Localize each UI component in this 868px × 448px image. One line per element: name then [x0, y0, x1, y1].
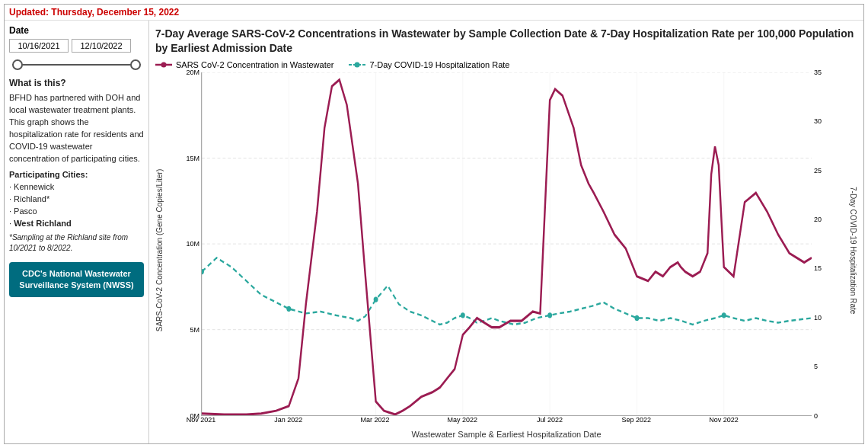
y-right-ticks: 0 5 10 15 20 25 30 35 [812, 72, 833, 416]
city-west-richland: · West Richland [9, 218, 144, 230]
footnote: *Sampling at the Richland site from 10/2… [9, 232, 144, 254]
chart-legend: SARS CoV-2 Concentration in Wastewater 7… [155, 60, 857, 69]
city-pasco: · Pasco [9, 206, 144, 218]
legend-item-concentration: SARS CoV-2 Concentration in Wastewater [155, 60, 333, 69]
cdc-nwss-button[interactable]: CDC's National Wastewater Surveillance S… [9, 262, 144, 298]
svg-point-20 [547, 312, 552, 318]
chart-area: 7-Day Average SARS-CoV-2 Concentrations … [149, 21, 863, 443]
y-axis-right-label: 7-Day COVID-19 Hospitalization Rate [833, 72, 857, 428]
svg-point-1 [161, 62, 167, 67]
y-left-ticks: 0M 5M 10M 15M 20M [180, 72, 201, 416]
chart-title: 7-Day Average SARS-CoV-2 Concentrations … [155, 27, 857, 56]
legend-item-hospitalization: 7-Day COVID-19 Hospitalization Rate [349, 60, 509, 69]
hospitalization-line [202, 258, 812, 325]
svg-point-17 [286, 306, 291, 311]
chart-wrapper: SARS-CoV-2 Concentration (Gene Copies/Li… [155, 72, 857, 428]
concentration-line [202, 80, 812, 414]
updated-text: Updated: Thursday, December 15, 2022 [5, 5, 863, 21]
slider-thumb-right[interactable] [130, 59, 141, 70]
x-axis-label: Wastewater Sample & Earliest Hospitaliza… [155, 430, 857, 439]
y-axis-left-label: SARS-CoV-2 Concentration (Gene Copies/Li… [155, 72, 180, 428]
svg-point-19 [461, 312, 465, 318]
svg-point-3 [355, 62, 360, 67]
city-kennewick: · Kennewick [9, 181, 144, 194]
svg-point-18 [374, 296, 378, 302]
info-title: What is this? [9, 77, 144, 90]
slider-fill [12, 64, 141, 66]
info-box: What is this? BFHD has partnered with DO… [9, 77, 144, 254]
legend-label-concentration: SARS CoV-2 Concentration in Wastewater [176, 60, 333, 69]
svg-point-21 [635, 315, 640, 321]
date-start-input[interactable] [9, 39, 69, 53]
legend-line-hospitalization [349, 61, 365, 69]
city-richland: · Richland* [9, 194, 144, 206]
date-label: Date [9, 25, 144, 36]
chart-svg [202, 72, 812, 415]
chart-inner [201, 72, 812, 416]
date-end-input[interactable] [72, 39, 131, 53]
slider-thumb-left[interactable] [12, 59, 23, 70]
cities-title: Participating Cities: [9, 170, 88, 179]
date-range-slider[interactable] [12, 57, 141, 72]
sidebar: Date What is this? BFHD has partnered wi… [5, 21, 149, 443]
svg-point-22 [722, 312, 726, 318]
info-text: BFHD has partnered with DOH and local wa… [9, 92, 144, 165]
legend-line-concentration [155, 61, 172, 69]
date-section: Date [9, 25, 144, 72]
x-ticks: Nov 2021 Jan 2022 Mar 2022 May 2022 Jul … [201, 416, 812, 428]
legend-label-hospitalization: 7-Day COVID-19 Hospitalization Rate [369, 60, 509, 69]
